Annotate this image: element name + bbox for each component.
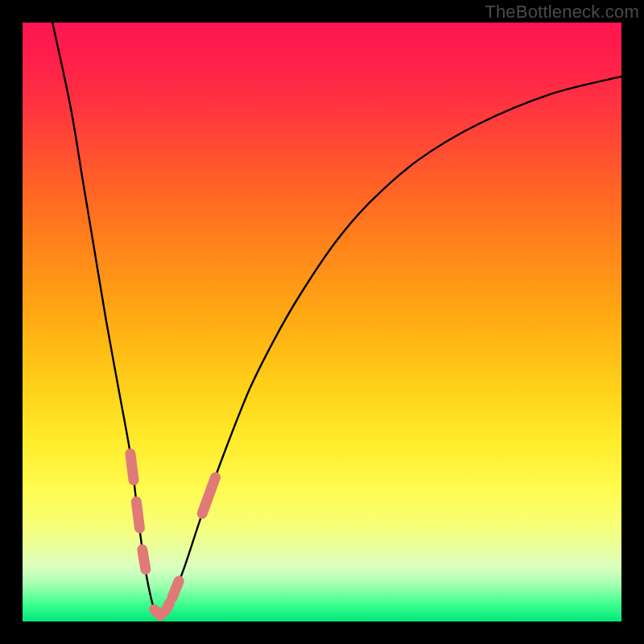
curve-layer [23,23,621,621]
chart-frame: TheBottleneck.com [0,0,644,644]
highlight-dashes [130,454,216,616]
svg-line-1 [136,502,139,528]
plot-area [23,23,621,621]
svg-line-3 [202,477,215,514]
svg-line-2 [142,550,146,570]
svg-line-6 [167,603,170,609]
watermark-text: TheBottleneck.com [485,2,639,23]
svg-line-7 [172,581,179,597]
svg-line-0 [130,454,134,481]
